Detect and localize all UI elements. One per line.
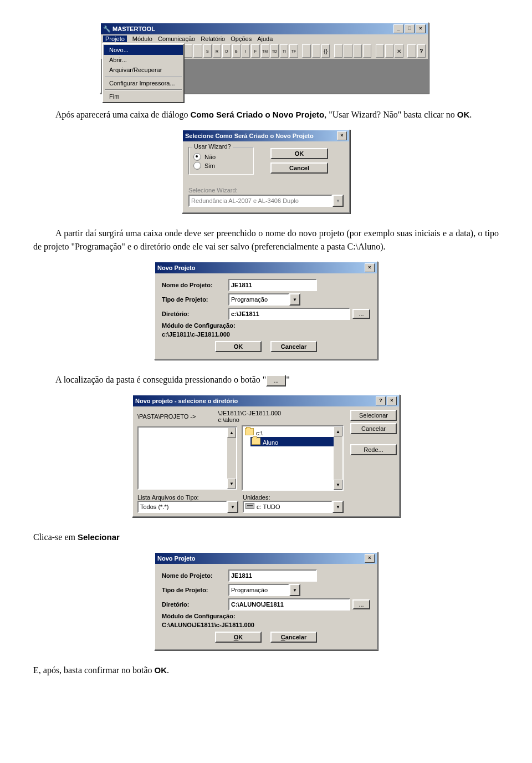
files-listbox[interactable]: ▲ ▼: [137, 426, 237, 490]
folder-item-c[interactable]: c:\: [244, 428, 341, 437]
novo-projeto-dialog: Novo Projeto × Nome do Projeto: JE1811 T…: [154, 261, 378, 360]
menu-item-abrir[interactable]: Abrir...: [104, 55, 183, 65]
select-button[interactable]: Selecionar: [350, 410, 397, 421]
diretorio-input[interactable]: c:\JE1811: [228, 308, 350, 320]
browse-button[interactable]: ...: [352, 309, 370, 319]
close-icon[interactable]: ×: [365, 554, 375, 563]
toolbar-button[interactable]: [385, 44, 393, 58]
folder-item-aluno[interactable]: Aluno: [250, 437, 341, 446]
cancel-button[interactable]: Cancel: [270, 162, 328, 174]
scroll-up-icon[interactable]: ▲: [227, 428, 236, 438]
tipo-select[interactable]: Programação: [228, 584, 289, 596]
path-current: c:\aluno: [218, 416, 239, 423]
tipo-select[interactable]: Programação: [228, 293, 289, 306]
dropdown-arrow-icon[interactable]: ▼: [227, 501, 238, 513]
scrollbar[interactable]: ▲ ▼: [227, 428, 236, 489]
toolbar-button[interactable]: [193, 44, 202, 58]
text: .: [167, 665, 169, 675]
folder-label: c:\: [256, 430, 263, 436]
toolbar-button[interactable]: TM: [261, 44, 269, 58]
text: A partir daí surgirá uma caixa onde deve…: [33, 228, 499, 251]
paragraph: Após aparecerá uma caixa de diálogo Como…: [33, 108, 499, 121]
ok-button[interactable]: OK: [215, 632, 262, 643]
browse-button[interactable]: ...: [352, 599, 370, 609]
dropdown-arrow-icon[interactable]: ▼: [289, 584, 300, 596]
cancel-button[interactable]: Cancelar: [350, 423, 397, 434]
close-icon[interactable]: ×: [416, 24, 426, 33]
scroll-up-icon[interactable]: ▲: [334, 426, 342, 436]
paragraph: Clica-se em Selecionar: [33, 531, 499, 544]
text: Após aparecerá uma caixa de diálogo: [55, 110, 190, 119]
toolbar-button[interactable]: ✕: [395, 44, 403, 58]
scrollbar[interactable]: ▲ ▼: [334, 426, 342, 490]
scroll-down-icon[interactable]: ▼: [227, 479, 236, 489]
units-select[interactable]: c: TUDO: [243, 501, 332, 513]
close-icon[interactable]: ×: [387, 396, 397, 405]
toolbar-button[interactable]: {}: [321, 44, 330, 58]
dialog-title: Novo Projeto: [157, 264, 195, 271]
dialog-title: Selecione Como Será Criado o Novo Projet…: [185, 133, 314, 139]
radio-sim[interactable]: Sim: [193, 162, 249, 170]
groupbox-legend: Usar Wizard?: [192, 143, 233, 150]
files-type-select[interactable]: Todos (*.*): [137, 501, 227, 513]
text: ": [286, 375, 290, 384]
menu-opcoes[interactable]: Opções: [231, 35, 252, 42]
toolbar-button[interactable]: [363, 44, 371, 58]
toolbar-button[interactable]: TD: [270, 44, 279, 58]
menu-ajuda[interactable]: Ajuda: [257, 35, 273, 42]
toolbar-button[interactable]: S: [203, 44, 212, 58]
scroll-down-icon[interactable]: ▼: [334, 480, 342, 490]
network-button[interactable]: Rede...: [350, 444, 397, 455]
close-icon[interactable]: ×: [365, 263, 375, 272]
cancel-button[interactable]: Cancelar: [270, 341, 317, 352]
button-name-ref: OK: [155, 665, 167, 675]
menu-item-novo[interactable]: Novo...: [104, 45, 183, 55]
toolbar-button[interactable]: TF: [289, 44, 298, 58]
units-value: c: TUDO: [257, 503, 280, 510]
toolbar-button[interactable]: [376, 44, 384, 58]
radio-icon: [193, 162, 201, 170]
menu-relatorio[interactable]: Relatório: [201, 35, 225, 42]
diretorio-input[interactable]: C:\ALUNO\JE1811: [228, 598, 350, 611]
dropdown-arrow-icon: ▼: [332, 195, 344, 207]
toolbar-button[interactable]: I: [242, 44, 250, 58]
toolbar-button[interactable]: [354, 44, 362, 58]
toolbar-button[interactable]: TI: [280, 44, 288, 58]
dropdown-arrow-icon[interactable]: ▼: [289, 293, 300, 306]
toolbar-button[interactable]: [407, 44, 416, 58]
maximize-icon[interactable]: □: [405, 24, 415, 33]
toolbar-button[interactable]: [184, 44, 192, 58]
toolbar-button[interactable]: [344, 44, 352, 58]
toolbar-help-icon[interactable]: ?: [417, 44, 426, 58]
help-icon[interactable]: ?: [376, 396, 386, 405]
menu-projeto[interactable]: Projeto: [103, 35, 127, 42]
toolbar-button[interactable]: [312, 44, 320, 58]
folders-listbox[interactable]: c:\ Aluno ▲ ▼: [242, 425, 344, 491]
minimize-icon[interactable]: _: [393, 24, 403, 33]
toolbar-button[interactable]: [334, 44, 342, 58]
menu-comunicacao[interactable]: Comunicação: [158, 35, 195, 42]
label-modulo: Módulo de Configuração:: [162, 322, 370, 329]
menu-item-fim[interactable]: Fim: [104, 91, 183, 101]
menu-item-impressora[interactable]: Configurar Impressora...: [104, 78, 183, 88]
toolbar-button[interactable]: B: [232, 44, 241, 58]
ok-button[interactable]: OK: [215, 341, 262, 352]
folder-open-icon: [252, 438, 260, 445]
cancel-label-rest: ancelar: [285, 634, 307, 640]
radio-nao[interactable]: Não: [193, 153, 249, 161]
menu-modulo[interactable]: Módulo: [132, 35, 152, 42]
cancel-button[interactable]: Cancelar: [270, 632, 317, 643]
toolbar-button[interactable]: R: [213, 44, 221, 58]
nome-input[interactable]: JE1811: [228, 569, 317, 582]
toolbar-button[interactable]: [302, 44, 310, 58]
dropdown-arrow-icon[interactable]: ▼: [332, 501, 344, 513]
menu-item-arquivar[interactable]: Arquivar/Recuperar: [104, 65, 183, 75]
projeto-dropdown: Novo... Abrir... Arquivar/Recuperar Conf…: [102, 43, 185, 103]
close-icon[interactable]: ×: [337, 131, 347, 140]
paragraph: A partir daí surgirá uma caixa onde deve…: [33, 227, 499, 253]
toolbar-button[interactable]: F: [251, 44, 259, 58]
nome-input[interactable]: JE1811: [228, 279, 317, 291]
toolbar-button[interactable]: D: [222, 44, 231, 58]
ok-button[interactable]: OK: [270, 148, 328, 159]
titlebar: Novo Projeto ×: [155, 553, 377, 564]
